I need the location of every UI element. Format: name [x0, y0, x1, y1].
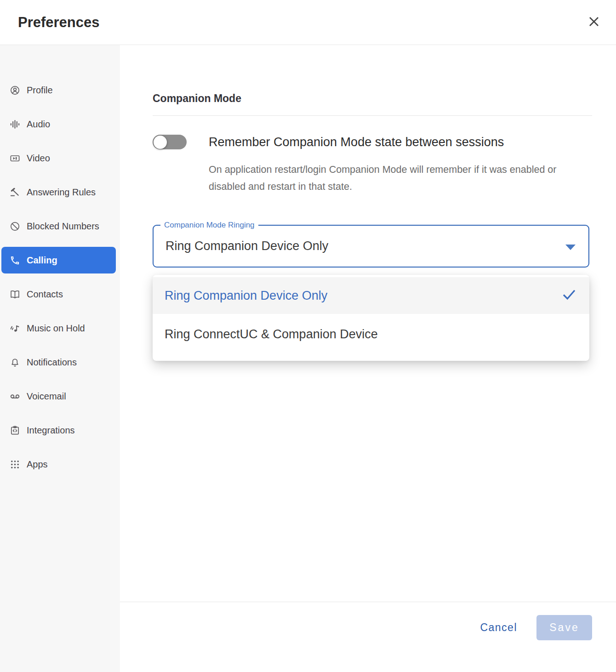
option-label: Ring Companion Device Only	[165, 289, 327, 303]
save-button[interactable]: Save	[536, 615, 592, 640]
voicemail-icon	[9, 391, 20, 402]
section-divider	[153, 115, 592, 116]
page-title: Preferences	[18, 14, 100, 31]
sidebar-item-music-on-hold[interactable]: Music on Hold	[1, 315, 116, 342]
sidebar-item-apps[interactable]: Apps	[1, 451, 116, 478]
close-button[interactable]	[586, 14, 602, 31]
calling-settings-panel: Companion Mode Remember Companion Mode s…	[120, 45, 616, 672]
dropdown-option-ring-connectuc-and-companion-device[interactable]: Ring ConnectUC & Companion Device	[153, 314, 589, 354]
apps-grid-icon	[9, 459, 20, 470]
audio-icon	[9, 119, 20, 130]
sidebar-item-label: Contacts	[27, 289, 63, 300]
sidebar-item-audio[interactable]: Audio	[1, 111, 116, 137]
companion-mode-ringing-dropdown: Ring Companion Device Only Ring ConnectU…	[153, 275, 589, 361]
sidebar-item-label: Profile	[27, 85, 53, 96]
integrations-icon	[9, 425, 20, 436]
chevron-down-icon	[565, 245, 576, 250]
book-icon	[9, 289, 20, 300]
section-title-companion-mode: Companion Mode	[153, 92, 592, 105]
toggle-knob	[154, 136, 167, 149]
sidebar-item-label: Notifications	[27, 357, 77, 368]
sidebar-item-answering-rules[interactable]: Answering Rules	[1, 179, 116, 205]
companion-mode-ringing-value: Ring Companion Device Only	[165, 239, 328, 253]
sidebar-item-profile[interactable]: Profile	[1, 77, 116, 103]
sidebar-item-blocked-numbers[interactable]: Blocked Numbers	[1, 213, 116, 239]
profile-icon	[9, 85, 20, 96]
remember-companion-mode-toggle[interactable]	[153, 135, 187, 149]
sidebar-item-label: Audio	[27, 119, 50, 130]
video-icon	[9, 153, 20, 164]
phone-icon	[9, 255, 20, 266]
sidebar-item-label: Apps	[27, 459, 48, 470]
preferences-sidebar: Profile Audio Video Answering Rules	[0, 45, 120, 672]
remember-companion-mode-label: Remember Companion Mode state between se…	[209, 135, 504, 149]
close-icon	[587, 15, 601, 30]
sidebar-item-label: Music on Hold	[27, 323, 85, 334]
companion-mode-ringing-select[interactable]: Companion Mode Ringing Ring Companion De…	[153, 225, 589, 268]
sidebar-item-label: Voicemail	[27, 391, 66, 402]
dialog-header: Preferences	[0, 0, 616, 45]
music-icon	[9, 323, 20, 334]
check-icon	[561, 286, 577, 306]
companion-mode-ringing-label: Companion Mode Ringing	[160, 221, 258, 230]
sidebar-item-integrations[interactable]: Integrations	[1, 417, 116, 444]
sidebar-item-label: Integrations	[27, 425, 75, 436]
sidebar-item-label: Video	[27, 153, 50, 164]
bell-icon	[9, 357, 20, 368]
remember-companion-mode-description: On application restart/login Companion M…	[209, 161, 590, 195]
sidebar-item-label: Blocked Numbers	[27, 221, 99, 232]
sidebar-item-voicemail[interactable]: Voicemail	[1, 383, 116, 410]
dropdown-option-ring-companion-device-only[interactable]: Ring Companion Device Only	[153, 277, 589, 314]
sidebar-item-notifications[interactable]: Notifications	[1, 349, 116, 376]
sidebar-item-label: Calling	[27, 255, 57, 266]
blocked-icon	[9, 221, 20, 232]
sidebar-item-label: Answering Rules	[27, 187, 96, 198]
gavel-icon	[9, 187, 20, 198]
sidebar-item-calling[interactable]: Calling	[1, 247, 116, 273]
option-label: Ring ConnectUC & Companion Device	[165, 327, 378, 342]
sidebar-item-video[interactable]: Video	[1, 145, 116, 171]
sidebar-item-contacts[interactable]: Contacts	[1, 281, 116, 308]
cancel-button[interactable]: Cancel	[480, 615, 517, 640]
preferences-dialog: Preferences Profile Audio	[0, 0, 616, 672]
dialog-footer: Cancel Save	[120, 602, 616, 672]
